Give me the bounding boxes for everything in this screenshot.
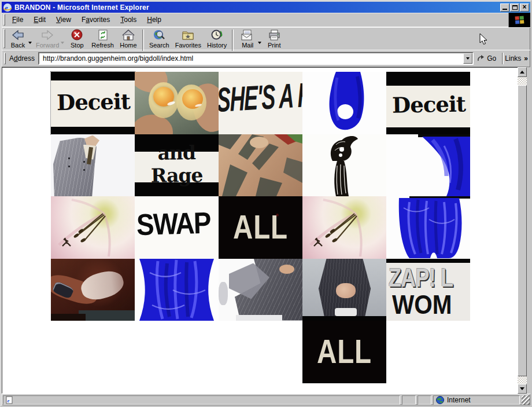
- address-bar: Address Go Links »: [2, 50, 530, 67]
- image-axe-engraving[interactable]: [302, 134, 386, 197]
- image-zap-wom-text[interactable]: ZAP! L WOM: [386, 259, 470, 321]
- minimize-icon: [503, 9, 507, 10]
- stop-button[interactable]: Stop: [65, 28, 88, 49]
- image-tattoo-photo[interactable]: [219, 134, 302, 197]
- history-button[interactable]: History: [204, 28, 230, 49]
- addressbar-grip[interactable]: [4, 53, 6, 64]
- image-all-text-2[interactable]: ALL: [302, 321, 386, 383]
- image-all-text[interactable]: ALL: [219, 196, 302, 259]
- menubar-grip[interactable]: [3, 14, 5, 25]
- image-deceit-selected[interactable]: Deceit: [51, 72, 135, 134]
- forward-button[interactable]: Forward: [33, 28, 62, 49]
- links-toolbar[interactable]: Links »: [504, 54, 530, 63]
- svg-text:e: e: [8, 398, 10, 404]
- image-and-rage-text[interactable]: and Rage: [135, 134, 219, 197]
- search-button[interactable]: Search: [146, 28, 172, 49]
- toolbar-grip[interactable]: [3, 29, 5, 48]
- image-amaryllis-flower[interactable]: [51, 196, 135, 259]
- menu-bar: File Edit View Favorites Tools Help: [2, 13, 530, 27]
- address-input[interactable]: [39, 54, 463, 63]
- menu-file[interactable]: File: [8, 14, 28, 25]
- mail-caret[interactable]: [258, 42, 261, 44]
- blue-mask-shape: [302, 72, 386, 134]
- scroll-down-arrow-icon: [520, 387, 524, 390]
- minimize-button[interactable]: [500, 3, 509, 12]
- forward-icon: [40, 29, 54, 41]
- mail-button[interactable]: Mail: [236, 28, 259, 49]
- history-icon: [210, 29, 224, 41]
- toolbar-separator-2: [232, 30, 234, 51]
- image-blue-legs-graphic[interactable]: [386, 196, 470, 259]
- go-arrow-icon: [477, 54, 485, 63]
- image-swap-text[interactable]: SWAP: [135, 196, 219, 259]
- image-blue-mask-graphic[interactable]: [302, 72, 386, 134]
- title-bar[interactable]: e BRANDON - Microsoft Internet Explorer …: [2, 2, 530, 13]
- favorites-icon: [181, 29, 195, 41]
- refresh-button[interactable]: Refresh: [88, 28, 117, 49]
- image-seated-hands-clasped-photo[interactable]: [302, 259, 386, 321]
- scroll-up-arrow-icon: [520, 71, 524, 74]
- windows-flag-icon: [513, 14, 526, 26]
- menu-favorites[interactable]: Favorites: [77, 14, 114, 25]
- window-title: BRANDON - Microsoft Internet Explorer: [14, 3, 500, 12]
- search-icon: [152, 29, 166, 41]
- tattoo-shapes: [219, 134, 302, 196]
- image-egg-yolks-photo[interactable]: [135, 72, 219, 134]
- back-button[interactable]: Back: [6, 28, 29, 49]
- print-button[interactable]: Print: [263, 28, 286, 49]
- close-button[interactable]: ×: [520, 3, 529, 12]
- maximize-icon: [512, 5, 518, 10]
- image-deceit-2[interactable]: Deceit: [386, 72, 470, 134]
- axe-shape: [302, 134, 386, 196]
- flower-detail: [51, 196, 135, 258]
- back-history-caret[interactable]: [28, 42, 32, 44]
- menu-edit[interactable]: Edit: [29, 14, 50, 25]
- image-blue-torso-graphic[interactable]: [135, 259, 219, 321]
- suit-jacket: [53, 138, 109, 197]
- web-page: Deceit SHE'S A HE: [2, 67, 518, 394]
- home-button[interactable]: Home: [117, 28, 140, 49]
- security-zone-pane: Internet: [433, 395, 520, 405]
- image-seated-suit-photo[interactable]: [219, 259, 302, 321]
- image-blue-curve-graphic[interactable]: [386, 134, 470, 197]
- clasped-hands: [336, 283, 356, 298]
- document-ie-icon: e: [5, 396, 13, 404]
- zone-label: Internet: [447, 396, 471, 404]
- seat: [335, 308, 357, 316]
- image-shes-a-he-text[interactable]: SHE'S A HE: [219, 72, 302, 134]
- standard-buttons-toolbar: Back Forward Stop Refresh: [2, 27, 530, 50]
- status-message-pane: e: [3, 395, 400, 405]
- blue-curve-shape: [386, 134, 470, 196]
- maximize-button[interactable]: [510, 3, 519, 12]
- internet-globe-icon: [436, 396, 444, 404]
- image-pinstripe-suit-figure[interactable]: [51, 134, 135, 197]
- forward-history-caret[interactable]: [61, 42, 64, 44]
- menu-view[interactable]: View: [51, 14, 76, 25]
- image-grid: Deceit SHE'S A HE: [51, 72, 470, 383]
- image-amaryllis-flower-2[interactable]: [302, 196, 386, 259]
- address-label: Address: [7, 54, 38, 63]
- vertical-scrollbar[interactable]: [518, 67, 527, 394]
- menu-tools[interactable]: Tools: [116, 14, 141, 25]
- ie-logo-icon: e: [3, 3, 12, 12]
- status-pane-1: [402, 395, 416, 405]
- browser-window: e BRANDON - Microsoft Internet Explorer …: [0, 0, 532, 407]
- menu-help[interactable]: Help: [142, 14, 166, 25]
- status-pane-2: [418, 395, 431, 405]
- resize-grip[interactable]: [522, 395, 530, 405]
- scrollbar-thumb[interactable]: [518, 85, 527, 376]
- image-hand-bundle-photo[interactable]: [51, 259, 135, 321]
- browser-viewport: Deceit SHE'S A HE: [2, 67, 530, 394]
- scroll-up-button[interactable]: [518, 67, 527, 77]
- buttons: [68, 157, 70, 159]
- hand: [279, 265, 294, 274]
- toolbar-separator: [142, 30, 144, 51]
- address-dropdown-button[interactable]: [463, 53, 472, 64]
- favorites-button[interactable]: Favorites: [172, 28, 204, 49]
- blue-torso-shape: [135, 259, 219, 321]
- scroll-down-button[interactable]: [518, 384, 527, 394]
- go-button[interactable]: Go: [475, 53, 501, 64]
- links-chevron-icon: »: [524, 54, 527, 63]
- blue-legs-shape: [386, 196, 470, 258]
- address-field: [38, 52, 474, 65]
